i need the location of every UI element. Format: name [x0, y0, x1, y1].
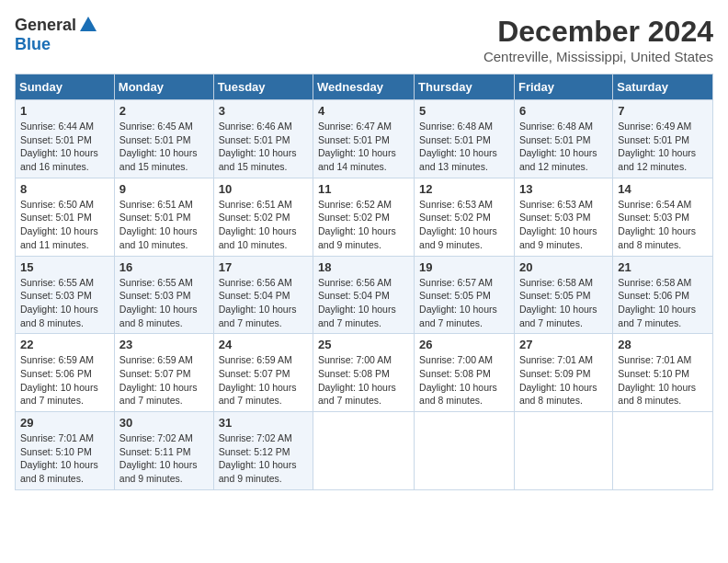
table-row: 19Sunrise: 6:57 AMSunset: 5:05 PMDayligh…: [415, 256, 515, 334]
calendar-week-1: 1Sunrise: 6:44 AMSunset: 5:01 PMDaylight…: [16, 100, 713, 178]
calendar-table: Sunday Monday Tuesday Wednesday Thursday…: [15, 74, 713, 490]
day-info: Sunrise: 7:02 AMSunset: 5:11 PMDaylight:…: [119, 431, 209, 486]
page-header: General Blue December 2024 Centreville, …: [15, 15, 713, 64]
table-row: 21Sunrise: 6:58 AMSunset: 5:06 PMDayligh…: [613, 256, 713, 334]
day-number: 25: [318, 338, 409, 351]
day-info: Sunrise: 6:59 AMSunset: 5:07 PMDaylight:…: [119, 353, 209, 408]
table-row: 17Sunrise: 6:56 AMSunset: 5:04 PMDayligh…: [213, 256, 313, 334]
month-title: December 2024: [483, 15, 713, 49]
day-number: 23: [119, 338, 209, 351]
day-number: 11: [318, 182, 409, 196]
day-info: Sunrise: 6:49 AMSunset: 5:01 PMDaylight:…: [618, 120, 708, 174]
day-number: 2: [119, 104, 209, 118]
day-number: 17: [219, 260, 308, 274]
table-row: [313, 412, 415, 490]
day-info: Sunrise: 6:53 AMSunset: 5:02 PMDaylight:…: [419, 198, 509, 252]
header-wednesday: Wednesday: [313, 75, 415, 100]
day-info: Sunrise: 6:58 AMSunset: 5:06 PMDaylight:…: [618, 276, 708, 330]
day-info: Sunrise: 6:48 AMSunset: 5:01 PMDaylight:…: [519, 120, 608, 174]
table-row: 5Sunrise: 6:48 AMSunset: 5:01 PMDaylight…: [415, 100, 515, 178]
day-info: Sunrise: 7:01 AMSunset: 5:09 PMDaylight:…: [519, 353, 608, 408]
day-number: 21: [618, 260, 708, 274]
day-number: 30: [119, 416, 209, 430]
day-number: 3: [219, 104, 308, 118]
table-row: 30Sunrise: 7:02 AMSunset: 5:11 PMDayligh…: [114, 412, 213, 490]
day-number: 28: [618, 338, 708, 351]
table-row: 23Sunrise: 6:59 AMSunset: 5:07 PMDayligh…: [114, 334, 213, 412]
day-info: Sunrise: 6:44 AMSunset: 5:01 PMDaylight:…: [20, 120, 109, 174]
day-info: Sunrise: 6:46 AMSunset: 5:01 PMDaylight:…: [219, 120, 308, 174]
header-saturday: Saturday: [613, 75, 713, 100]
table-row: 8Sunrise: 6:50 AMSunset: 5:01 PMDaylight…: [16, 178, 115, 256]
day-number: 12: [419, 182, 509, 196]
header-friday: Friday: [514, 75, 612, 100]
day-info: Sunrise: 7:02 AMSunset: 5:12 PMDaylight:…: [219, 431, 308, 486]
day-number: 1: [20, 104, 109, 118]
day-number: 27: [519, 338, 608, 351]
day-info: Sunrise: 7:00 AMSunset: 5:08 PMDaylight:…: [419, 353, 509, 408]
table-row: 1Sunrise: 6:44 AMSunset: 5:01 PMDaylight…: [16, 100, 115, 178]
day-info: Sunrise: 6:55 AMSunset: 5:03 PMDaylight:…: [119, 276, 209, 330]
day-number: 13: [519, 182, 608, 196]
calendar-week-3: 15Sunrise: 6:55 AMSunset: 5:03 PMDayligh…: [16, 256, 713, 334]
table-row: 3Sunrise: 6:46 AMSunset: 5:01 PMDaylight…: [213, 100, 313, 178]
day-number: 8: [20, 182, 109, 196]
day-info: Sunrise: 6:55 AMSunset: 5:03 PMDaylight:…: [20, 276, 109, 330]
svg-marker-0: [80, 17, 97, 31]
table-row: 24Sunrise: 6:59 AMSunset: 5:07 PMDayligh…: [213, 334, 313, 412]
table-row: [514, 412, 612, 490]
day-info: Sunrise: 6:52 AMSunset: 5:02 PMDaylight:…: [318, 198, 409, 252]
location-title: Centreville, Mississippi, United States: [483, 49, 713, 64]
table-row: 12Sunrise: 6:53 AMSunset: 5:02 PMDayligh…: [415, 178, 515, 256]
calendar-header-row: Sunday Monday Tuesday Wednesday Thursday…: [16, 75, 713, 100]
table-row: 22Sunrise: 6:59 AMSunset: 5:06 PMDayligh…: [16, 334, 115, 412]
day-info: Sunrise: 6:54 AMSunset: 5:03 PMDaylight:…: [618, 198, 708, 252]
day-info: Sunrise: 6:59 AMSunset: 5:07 PMDaylight:…: [219, 353, 308, 408]
day-info: Sunrise: 6:51 AMSunset: 5:01 PMDaylight:…: [119, 198, 209, 252]
day-info: Sunrise: 6:57 AMSunset: 5:05 PMDaylight:…: [419, 276, 509, 330]
table-row: 14Sunrise: 6:54 AMSunset: 5:03 PMDayligh…: [613, 178, 713, 256]
day-number: 9: [119, 182, 209, 196]
day-number: 16: [119, 260, 209, 274]
table-row: 6Sunrise: 6:48 AMSunset: 5:01 PMDaylight…: [514, 100, 612, 178]
header-thursday: Thursday: [415, 75, 515, 100]
day-info: Sunrise: 6:48 AMSunset: 5:01 PMDaylight:…: [419, 120, 509, 174]
table-row: 20Sunrise: 6:58 AMSunset: 5:05 PMDayligh…: [514, 256, 612, 334]
header-sunday: Sunday: [16, 75, 115, 100]
day-info: Sunrise: 6:47 AMSunset: 5:01 PMDaylight:…: [318, 120, 409, 174]
day-info: Sunrise: 6:50 AMSunset: 5:01 PMDaylight:…: [20, 198, 109, 252]
table-row: 7Sunrise: 6:49 AMSunset: 5:01 PMDaylight…: [613, 100, 713, 178]
table-row: 2Sunrise: 6:45 AMSunset: 5:01 PMDaylight…: [114, 100, 213, 178]
day-info: Sunrise: 6:45 AMSunset: 5:01 PMDaylight:…: [119, 120, 209, 174]
day-number: 15: [20, 260, 109, 274]
day-number: 24: [219, 338, 308, 351]
table-row: 29Sunrise: 7:01 AMSunset: 5:10 PMDayligh…: [16, 412, 115, 490]
logo-icon: [78, 15, 98, 35]
table-row: [613, 412, 713, 490]
logo-general-text: General: [15, 16, 76, 35]
day-number: 7: [618, 104, 708, 118]
day-number: 6: [519, 104, 608, 118]
day-number: 22: [20, 338, 109, 351]
table-row: 15Sunrise: 6:55 AMSunset: 5:03 PMDayligh…: [16, 256, 115, 334]
day-info: Sunrise: 6:56 AMSunset: 5:04 PMDaylight:…: [318, 276, 409, 330]
table-row: 26Sunrise: 7:00 AMSunset: 5:08 PMDayligh…: [415, 334, 515, 412]
calendar-week-5: 29Sunrise: 7:01 AMSunset: 5:10 PMDayligh…: [16, 412, 713, 490]
table-row: 27Sunrise: 7:01 AMSunset: 5:09 PMDayligh…: [514, 334, 612, 412]
day-number: 14: [618, 182, 708, 196]
logo: General Blue: [15, 15, 98, 54]
day-number: 4: [318, 104, 409, 118]
table-row: 4Sunrise: 6:47 AMSunset: 5:01 PMDaylight…: [313, 100, 415, 178]
table-row: 13Sunrise: 6:53 AMSunset: 5:03 PMDayligh…: [514, 178, 612, 256]
day-info: Sunrise: 7:01 AMSunset: 5:10 PMDaylight:…: [20, 431, 109, 486]
day-info: Sunrise: 6:53 AMSunset: 5:03 PMDaylight:…: [519, 198, 608, 252]
header-tuesday: Tuesday: [213, 75, 313, 100]
table-row: 9Sunrise: 6:51 AMSunset: 5:01 PMDaylight…: [114, 178, 213, 256]
calendar-week-4: 22Sunrise: 6:59 AMSunset: 5:06 PMDayligh…: [16, 334, 713, 412]
day-info: Sunrise: 7:01 AMSunset: 5:10 PMDaylight:…: [618, 353, 708, 408]
table-row: 16Sunrise: 6:55 AMSunset: 5:03 PMDayligh…: [114, 256, 213, 334]
table-row: 31Sunrise: 7:02 AMSunset: 5:12 PMDayligh…: [213, 412, 313, 490]
day-number: 19: [419, 260, 509, 274]
day-number: 18: [318, 260, 409, 274]
day-info: Sunrise: 6:58 AMSunset: 5:05 PMDaylight:…: [519, 276, 608, 330]
